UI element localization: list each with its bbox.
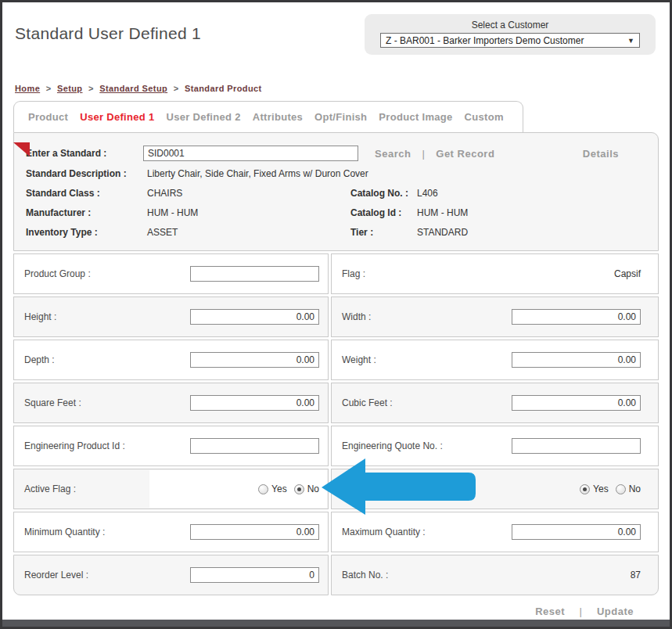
maximum-quantity-cell: Maximum Quantity : — [331, 512, 659, 552]
active-flag-right-no-radio[interactable] — [616, 484, 626, 494]
active-flag-left-no-radio[interactable] — [294, 484, 304, 494]
form-row-height-width: Height : Width : — [13, 297, 659, 337]
standard-class-row: Standard Class : CHAIRS Catalog No. : L4… — [14, 183, 658, 203]
active-flag-right-radio-group: Yes No — [580, 483, 641, 494]
standard-class-value: CHAIRS — [147, 188, 350, 199]
action-bar: Reset | Update — [2, 604, 670, 618]
tab-opt-finish[interactable]: Opt/Finish — [314, 111, 367, 123]
minimum-quantity-input[interactable] — [190, 524, 319, 540]
square-feet-label: Square Feet : — [24, 397, 190, 408]
reorder-level-label: Reorder Level : — [24, 570, 190, 580]
weight-input[interactable] — [512, 352, 641, 368]
breadcrumb-setup-link[interactable]: Setup — [57, 84, 83, 93]
standard-class-label: Standard Class : — [26, 188, 147, 199]
form-row-min-max-quantity: Minimum Quantity : Maximum Quantity : — [13, 512, 659, 552]
product-group-cell: Product Group : — [13, 253, 329, 294]
get-record-button[interactable]: Get Record — [436, 148, 494, 160]
form-row-product-group-flag: Product Group : Flag : Capsif — [13, 253, 659, 294]
depth-input[interactable] — [190, 352, 319, 368]
active-flag-left-radio-group: Yes No — [258, 483, 319, 494]
width-cell: Width : — [331, 297, 659, 337]
tab-product-image[interactable]: Product Image — [379, 111, 452, 123]
tab-product[interactable]: Product — [28, 111, 68, 123]
cubic-feet-label: Cubic Feet : — [342, 397, 512, 408]
customer-selector-panel: Select a Customer Z - BAR001 - Barker Im… — [365, 14, 656, 55]
manufacturer-value: HUM - HUM — [147, 207, 350, 218]
form-row-depth-weight: Depth : Weight : — [13, 340, 659, 380]
product-group-label: Product Group : — [24, 268, 190, 279]
footer-bar — [2, 620, 670, 627]
tier-label: Tier : — [350, 227, 417, 238]
user-defined-form: Product Group : Flag : Capsif Height : W… — [13, 253, 659, 595]
product-group-input[interactable] — [190, 266, 319, 282]
depth-cell: Depth : — [13, 340, 329, 380]
active-flag-right-yes-radio[interactable] — [580, 484, 590, 494]
square-feet-input[interactable] — [190, 395, 319, 411]
weight-label: Weight : — [342, 354, 512, 365]
standard-description-row: Standard Description : Liberty Chair, Si… — [14, 164, 658, 183]
tier-value: STANDARD — [417, 227, 658, 238]
tab-custom[interactable]: Custom — [465, 111, 504, 123]
enter-standard-label: Enter a Standard : — [26, 148, 143, 159]
customer-dropdown-value: Z - BAR001 - Barker Importers Demo Custo… — [386, 35, 584, 46]
minimum-quantity-label: Minimum Quantity : — [24, 527, 190, 537]
breadcrumb-separator: > — [88, 84, 94, 93]
engineering-product-id-cell: Engineering Product Id : — [13, 426, 329, 466]
dropdown-caret-icon: ▼ — [627, 37, 634, 45]
breadcrumb-home-link[interactable]: Home — [15, 84, 40, 93]
form-row-active-flag: Active Flag : Yes No Yes No — [13, 469, 659, 509]
engineering-quote-no-input[interactable] — [512, 438, 641, 454]
breadcrumb-current: Standard Product — [185, 84, 262, 93]
flag-label: Flag : — [342, 268, 614, 279]
form-row-reorder-batch: Reorder Level : Batch No. : 87 — [13, 555, 659, 595]
catalog-id-label: Catalog Id : — [350, 207, 417, 218]
square-feet-cell: Square Feet : — [13, 383, 329, 423]
app-window: Standard User Defined 1 Select a Custome… — [0, 0, 672, 629]
reset-button[interactable]: Reset — [535, 606, 565, 617]
weight-cell: Weight : — [331, 340, 659, 380]
search-button[interactable]: Search — [375, 148, 411, 160]
tab-user-defined-2[interactable]: User Defined 2 — [166, 111, 240, 123]
tab-bar: Product User Defined 1 User Defined 2 At… — [13, 101, 523, 132]
active-flag-left-cell: Active Flag : Yes No — [13, 469, 329, 509]
update-button[interactable]: Update — [597, 606, 634, 617]
standard-description-label: Standard Description : — [26, 168, 147, 179]
action-divider: | — [580, 606, 583, 617]
active-flag-right-cell: Yes No — [331, 469, 659, 509]
standard-info-section: Enter a Standard : Search | Get Record D… — [13, 132, 659, 251]
inventory-type-value: ASSET — [147, 227, 350, 238]
maximum-quantity-input[interactable] — [512, 524, 641, 540]
inventory-type-label: Inventory Type : — [26, 227, 147, 238]
height-input[interactable] — [190, 309, 319, 325]
details-button[interactable]: Details — [583, 148, 619, 160]
cubic-feet-cell: Cubic Feet : — [331, 383, 659, 423]
standard-id-input[interactable] — [143, 146, 358, 161]
tab-user-defined-1[interactable]: User Defined 1 — [80, 111, 154, 123]
breadcrumb: Home > Setup > Standard Setup > Standard… — [15, 84, 670, 93]
batch-no-label: Batch No. : — [342, 570, 631, 580]
standard-description-value: Liberty Chair, Side Chair, Fixed Arms w/… — [147, 168, 658, 179]
width-input[interactable] — [512, 309, 641, 325]
active-flag-left-yes-label: Yes — [271, 483, 287, 494]
manufacturer-label: Manufacturer : — [26, 207, 147, 218]
active-flag-right-no-label: No — [629, 483, 641, 494]
active-flag-left-yes-radio[interactable] — [258, 484, 268, 494]
engineering-product-id-label: Engineering Product Id : — [24, 440, 190, 451]
cubic-feet-input[interactable] — [512, 395, 641, 411]
manufacturer-row: Manufacturer : HUM - HUM Catalog Id : HU… — [14, 203, 658, 222]
button-divider: | — [422, 148, 425, 160]
catalog-no-label: Catalog No. : — [350, 188, 417, 199]
height-cell: Height : — [13, 297, 329, 337]
customer-dropdown[interactable]: Z - BAR001 - Barker Importers Demo Custo… — [380, 33, 640, 48]
form-row-square-cubic-feet: Square Feet : Cubic Feet : — [13, 383, 659, 423]
flag-cell: Flag : Capsif — [331, 253, 659, 294]
reorder-level-input[interactable] — [190, 567, 319, 583]
reorder-level-cell: Reorder Level : — [13, 555, 329, 595]
depth-label: Depth : — [24, 354, 190, 365]
top-bar: Standard User Defined 1 Select a Custome… — [2, 2, 670, 77]
active-flag-right-yes-label: Yes — [593, 483, 609, 494]
breadcrumb-standard-setup-link[interactable]: Standard Setup — [99, 84, 167, 93]
engineering-product-id-input[interactable] — [190, 438, 319, 454]
engineering-quote-no-cell: Engineering Quote No. : — [331, 426, 659, 466]
tab-attributes[interactable]: Attributes — [253, 111, 303, 123]
